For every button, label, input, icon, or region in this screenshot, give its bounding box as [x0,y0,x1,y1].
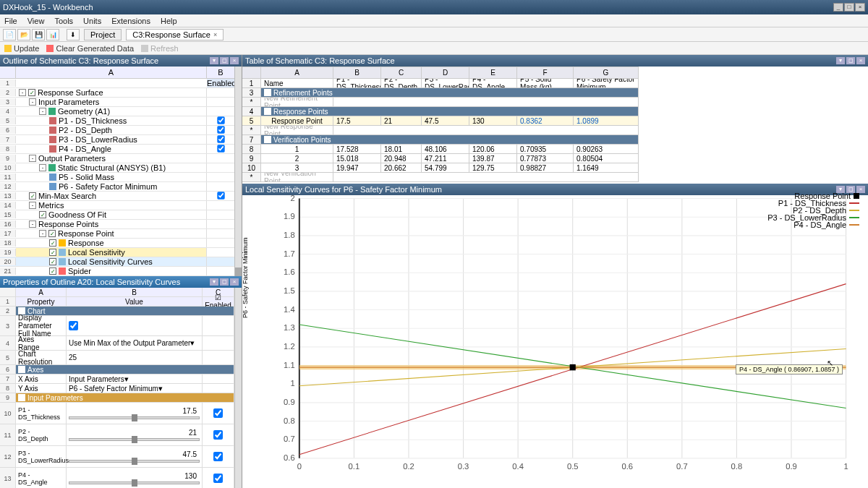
check-icon[interactable]: ✓ [48,230,56,237]
param-checkbox[interactable] [213,452,223,461]
chart-area[interactable]: 00.10.20.30.40.50.60.70.80.910.60.70.80.… [270,191,861,474]
pane-close-icon[interactable]: × [230,57,239,64]
slider[interactable] [69,438,200,441]
check-icon[interactable]: ✓ [28,89,35,96]
save-icon[interactable]: 💾 [32,29,45,40]
item-icon [59,249,66,256]
expand-icon[interactable]: - [39,108,46,115]
maximize-icon[interactable]: □ [844,3,854,12]
svg-text:0.9: 0.9 [786,461,797,470]
outline-row-20[interactable]: 20✓Local Sensitivity Curves [0,257,234,267]
check-icon[interactable]: ✓ [29,192,36,200]
close-icon[interactable]: × [855,3,865,12]
menu-help[interactable]: Help [161,17,177,25]
param-checkbox[interactable] [213,474,223,483]
prop-row: 8Y AxisP6 - Safety Factor Minimum ▾ [0,384,234,393]
dropdown-icon[interactable]: ▾ [124,374,129,384]
clear-button[interactable]: Clear Generated Data [46,44,134,53]
outline-row-21[interactable]: 21✓Spider [0,267,234,276]
menu-bar: File View Tools Units Extensions Help [0,14,868,27]
expand-icon[interactable]: - [29,221,36,228]
svg-text:0.3: 0.3 [458,461,469,470]
minimize-icon[interactable]: _ [833,3,843,12]
check-icon[interactable]: ✓ [49,239,56,247]
refresh-icon[interactable]: 📊 [46,29,59,40]
slider[interactable] [69,416,200,419]
outline-row-19[interactable]: 19✓Local Sensitivity [0,248,234,257]
svg-text:0.2: 0.2 [403,461,414,470]
expand-icon[interactable]: - [29,98,36,106]
table-panel: Table of Schematic C3: Response Surface … [242,55,868,184]
display-checkbox[interactable] [69,321,78,330]
outline-row-11[interactable]: 11P5 - Solid Mass [0,173,234,182]
item-icon [49,136,56,143]
pane-pin-icon[interactable]: ◻ [220,57,229,64]
menu-file[interactable]: File [4,17,17,25]
update-button[interactable]: Update [4,44,39,53]
item-icon [49,145,56,153]
new-icon[interactable]: 📄 [3,29,16,40]
pane-min-icon[interactable]: ▾ [210,57,218,64]
check-icon[interactable]: ✓ [39,211,46,218]
outline-row-15[interactable]: 15✓Goodness Of Fit [0,210,234,220]
enabled-checkbox[interactable] [217,126,224,133]
menu-tools[interactable]: Tools [54,17,73,25]
enabled-checkbox[interactable] [217,116,224,124]
tab-project[interactable]: Project [84,29,122,40]
refresh-button[interactable]: Refresh [141,44,179,53]
item-icon [48,164,56,171]
menu-extensions[interactable]: Extensions [111,17,150,25]
check-icon[interactable]: ✓ [49,249,56,256]
slider[interactable] [69,481,200,484]
expand-icon[interactable]: - [19,89,26,96]
outline-row-3[interactable]: 3-Input Parameters [0,98,234,107]
outline-row-16[interactable]: 16-Response Points [0,220,234,229]
outline-row-14[interactable]: 14-Metrics [0,201,234,210]
pane-pin-icon[interactable]: ◻ [846,57,855,64]
check-icon[interactable]: ✓ [49,267,56,275]
enabled-checkbox[interactable] [217,135,224,142]
prop-row: 4AxesRangeUse Min Max of the Output Para… [0,336,234,351]
dropdown-icon[interactable]: ▾ [190,338,195,348]
tab-close-icon[interactable]: × [213,31,217,38]
pane-pin-icon[interactable]: ◻ [220,278,229,286]
open-icon[interactable]: 📂 [17,29,30,40]
dropdown-icon[interactable]: ▾ [158,384,163,393]
pane-min-icon[interactable]: ▾ [210,278,218,286]
menu-view[interactable]: View [27,17,45,25]
expand-icon[interactable]: - [29,155,36,162]
expand-icon[interactable]: - [39,230,46,237]
outline-row-12[interactable]: 12P6 - Safety Factor Minimum [0,182,234,192]
param-checkbox[interactable] [213,430,223,440]
check-icon[interactable]: ✓ [49,258,56,265]
enabled-checkbox[interactable] [217,145,224,152]
outline-row-6[interactable]: 6P2 - DS_Depth [0,126,234,135]
outline-row-2[interactable]: 2-✓Response Surface [0,88,234,98]
outline-row-10[interactable]: 10-Static Structural (ANSYS) (B1) [0,163,234,173]
outline-row-13[interactable]: 13✓Min-Max Search [0,192,234,201]
expand-icon[interactable]: - [39,164,46,171]
pane-min-icon[interactable]: ▾ [836,57,845,64]
pane-close-icon[interactable]: × [856,57,865,64]
outline-row-5[interactable]: 5P1 - DS_Thickness [0,116,234,126]
outline-scrollbar[interactable] [234,67,242,276]
import-icon[interactable]: ⬇ [67,29,80,40]
outline-row-7[interactable]: 7P3 - DS_LowerRadius [0,135,234,145]
param-checkbox[interactable] [213,408,223,418]
expand-icon[interactable]: - [29,202,36,209]
enabled-checkbox[interactable] [217,192,224,199]
legend-item: P4 - DS_Angle [767,221,859,228]
outline-row-17[interactable]: 17-✓Response Point [0,229,234,239]
prop-row: 1PropertyValue☑ Enabled [0,297,234,307]
svg-text:0: 0 [297,461,302,470]
slider[interactable] [69,460,200,463]
outline-row-18[interactable]: 18✓Response [0,239,234,248]
outline-row-9[interactable]: 9-Output Parameters [0,154,234,163]
outline-row-4[interactable]: 4-Geometry (A1) [0,107,234,116]
outline-col-hdr: A B [0,67,234,79]
tab-response-surface[interactable]: C3:Response Surface× [126,29,224,40]
outline-row-8[interactable]: 8P4 - DS_Angle [0,145,234,154]
menu-units[interactable]: Units [83,17,101,25]
props-scrollbar[interactable] [234,288,242,488]
pane-close-icon[interactable]: × [230,278,239,286]
